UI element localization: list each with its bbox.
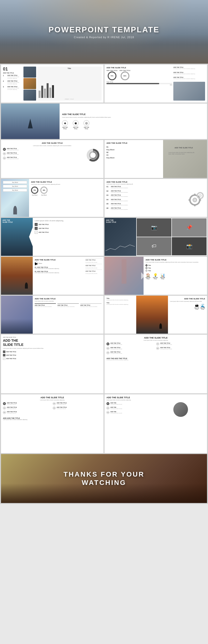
slide-sailboat-title: ADD THE SLIDE TITLE bbox=[62, 113, 205, 116]
gears-content: 01 ADD THE TITLE Lorem ipsum dolor sit a… bbox=[106, 186, 205, 212]
bottle-arrow bbox=[141, 272, 144, 280]
slide-large-row9-left: ADD THE SLIDE TITLE Lorem ipsum dolor si… bbox=[1, 394, 104, 453]
bottle-title: ADD THE SLIDE TITLE bbox=[145, 259, 205, 261]
tech-icon-tag: 🏷 bbox=[137, 237, 171, 256]
slide-large-left-text: ADD THE SLIDE TITLE ADD THESLIDE TITLE L… bbox=[1, 334, 104, 393]
sunset-items: 01. ADD THE TITLE Lorem ipsum dolor sit … bbox=[35, 266, 82, 274]
sunset-content: ADD THE SLIDE TITLE ▶ More 01. ADD THE T… bbox=[33, 257, 84, 295]
sunset-person-photo bbox=[136, 296, 168, 334]
tech-icons-grid: 📷 📌 🏷 📸 bbox=[136, 218, 207, 256]
slide-keywords-photo: Key Word Key Word Key Word ADD THE SLIDE… bbox=[1, 179, 104, 217]
mountain-blue-title: ADD THE SLIDE TITLE bbox=[35, 298, 102, 300]
slide-circular-body: Lorem ipsum dolor sit amet, consectetur … bbox=[3, 145, 102, 146]
mountain-blue-items: ADD THE TITLE Lorem ipsum dolor sit amet… bbox=[35, 303, 102, 307]
slide-large-row9-right: ADD THE SLIDE TITLe Lorem ipsum dolor si… bbox=[104, 394, 207, 453]
slide-circular-chart-area bbox=[85, 148, 102, 162]
slide-01-photo-1 bbox=[23, 66, 36, 78]
slide-01-item-3: 3 ADD THE TITLE Lorem ipsum dolor sit am… bbox=[3, 86, 22, 90]
sunset-right-items: ADD THE TITLE Lorem ipsum dolor sit amet… bbox=[84, 257, 104, 295]
thankyou-title: THANKS FOR YOUR WATCHING bbox=[64, 470, 144, 486]
slide-mountain-blue: ADD THE SLIDE TITLE Lorem ipsum dolor si… bbox=[1, 296, 104, 334]
svg-point-6 bbox=[194, 194, 196, 195]
slide-stones-keywords: ADD THE SLIDE TITLE 01 Key Word 02 03 Ke… bbox=[104, 140, 207, 178]
waterfall-checks: ✓ ADD THE TITLE ✓ ADD THE TITLE ✓ ADD TH… bbox=[35, 223, 102, 234]
svg-point-8 bbox=[189, 199, 190, 201]
thankyou-slide: THANKS FOR YOUR WATCHING bbox=[1, 454, 207, 503]
tech-icon-pin: 📌 bbox=[172, 218, 207, 237]
slide-sailboat-icons: ◈ ADD THETITLE ◉ ADD THETITLE ◎ ADD THET… bbox=[62, 120, 205, 130]
gears-body: Lorem ipsum dolor sit amet, consectetur … bbox=[106, 184, 205, 185]
slide-circles-item2-label: ADD THE TITLE bbox=[119, 70, 130, 71]
more-row: ▶ More bbox=[35, 262, 82, 265]
slide-01-chart-title: Title bbox=[38, 68, 101, 69]
large-circle-visual bbox=[173, 402, 188, 417]
chart-bar-1 bbox=[39, 90, 40, 98]
donut-2: 19% Key Word bbox=[40, 186, 48, 196]
slides-grid: 01 ADD THE TITLE 1 ADD THE TITLE Lorem i… bbox=[0, 64, 208, 504]
slide-circular-title: ADD THE SLIDE TITLE bbox=[3, 142, 102, 144]
waterfall-photo: ADD THESLIDE TITLE bbox=[1, 218, 33, 256]
sail-icon-3: ◎ ADD THETITLE bbox=[84, 120, 89, 130]
diamond-3 bbox=[145, 269, 148, 272]
sail-icon-2: ◉ ADD THETITLE bbox=[73, 120, 79, 130]
sailboat-icon bbox=[28, 119, 33, 128]
sunset-title-cards-title: ADD THE SLIDE TITLE bbox=[170, 298, 205, 300]
slide-bottle: ADD THE SLIDE TITLE Lorem ipsum dolor si… bbox=[104, 257, 207, 295]
circle-80: 80% bbox=[121, 72, 129, 80]
slide-sailboat-body: Lorem ipsum dolor sit amet, consectetur … bbox=[62, 116, 205, 118]
slide-01-title: ADD THE TITLE bbox=[3, 72, 22, 74]
check-item-1: ✓ ADD THE TITLE bbox=[35, 223, 102, 226]
chart-bar-5 bbox=[49, 88, 51, 98]
slide-circles-bars: ADD THE SLIDE TITLE ADD THE TITLE 75% AD… bbox=[104, 64, 207, 102]
donut-1: 75% Key Word bbox=[31, 186, 38, 196]
chart-bar-6 bbox=[52, 85, 54, 98]
bottle-bottom-icons: 🏠 ADD THETITLE 💡 ADD THETITLE 📊 ADD THET… bbox=[145, 273, 205, 280]
sunset-title-bottom-items: 🏔 ADD THETITLE 🌊 ADD THETITLE bbox=[170, 304, 205, 310]
slide-sunset-title-cards: Title Lorem ipsum dolor sit amet consect… bbox=[104, 296, 207, 334]
slide-circular-chart: ADD THE SLIDE TITLE Lorem ipsum dolor si… bbox=[1, 140, 104, 178]
sunset-title: ADD THE SLIDE TITLE bbox=[35, 259, 82, 261]
sunset-title-cards-right: ADD THE SLIDE TITLE Lorem ipsum dolor si… bbox=[168, 296, 207, 334]
hero-slide: POWERPOINT TEMPLATE Created & Reported b… bbox=[0, 0, 208, 64]
svg-point-5 bbox=[193, 198, 197, 202]
hero-mountain-overlay bbox=[0, 34, 208, 64]
hero-subtitle: Created & Reported by R IRENE Jul, 2018 bbox=[74, 36, 134, 39]
slide-tech-icons: ADD THESLIDE TITLE 📷 📌 🏷 📸 bbox=[104, 218, 207, 256]
keyword-badges: 01 Key Word 02 03 Key Word bbox=[106, 146, 131, 158]
slide-gears: ADD THE SLIDE TITLE Lorem ipsum dolor si… bbox=[104, 179, 207, 217]
large-left-title: ADD THESLIDE TITLE bbox=[3, 338, 102, 347]
diamond-1 bbox=[145, 264, 148, 266]
slide-01-item-1: 1 ADD THE TITLE Lorem ipsum dolor sit am… bbox=[3, 75, 22, 79]
title-cards-left: Title Lorem ipsum dolor sit amet consect… bbox=[104, 296, 136, 334]
svg-point-9 bbox=[200, 199, 201, 201]
slide-circles-photo bbox=[173, 82, 205, 100]
slide-circles-title: ADD THE SLIDE TITLE bbox=[106, 66, 172, 69]
gears-title: ADD THE SLIDE TITLE bbox=[106, 181, 205, 183]
large-left-checks: ✓ ADD THE TITLE ✓ ADD THE TITLE ✓ ADD TH… bbox=[3, 350, 102, 360]
sunset-person-silhouette bbox=[159, 323, 162, 329]
person-silhouette bbox=[13, 206, 17, 214]
donuts-row: 75% Key Word 19% Key Word bbox=[31, 186, 102, 196]
stones-slide-title: ADD THE SLIDE TITLE bbox=[106, 142, 205, 144]
keywords-content: ADD THE SLIDE TITLE Lorem ipsum dolor si… bbox=[29, 179, 104, 217]
circle-75: 75% bbox=[108, 72, 116, 80]
slide-01-item-2: 2 ADD THE TITLE Lorem ipsum dolor sit am… bbox=[3, 80, 22, 84]
slide-circles-item1-label: ADD THE TITLE bbox=[106, 70, 117, 71]
slide-circular-left: 01 ADD THE TITLE Lorem ipsum dolor sit a… bbox=[3, 148, 84, 162]
bottle-content: ADD THE SLIDE TITLE Lorem ipsum dolor si… bbox=[144, 257, 207, 295]
diamond-2 bbox=[145, 266, 148, 269]
tech-photo-left: ADD THESLIDE TITLE bbox=[104, 218, 136, 256]
slide-sailboat-content: ADD THE SLIDE TITLE Lorem ipsum dolor si… bbox=[60, 104, 207, 139]
slide-large-right-1: ADD THE SLIDE TITLE Lorem ipsum dolor si… bbox=[104, 334, 207, 393]
check-item-2: ✓ ADD THE TITLE bbox=[35, 227, 102, 230]
svg-point-11 bbox=[199, 194, 202, 197]
slide-01-number: 01 bbox=[3, 66, 8, 72]
sunset-photo bbox=[1, 257, 33, 295]
slide-sailboat-photo bbox=[1, 104, 60, 139]
slide-circular-content: 01 ADD THE TITLE Lorem ipsum dolor sit a… bbox=[3, 148, 102, 162]
donut-chart-svg bbox=[86, 148, 100, 162]
bottle-photo bbox=[104, 257, 144, 295]
slide-waterfall: ADD THESLIDE TITLE Lorem ipsum dolor sit… bbox=[1, 218, 104, 256]
slide-01-numbered: 01 ADD THE TITLE 1 ADD THE TITLE Lorem i… bbox=[1, 64, 104, 102]
slide-sailboat: ADD THE SLIDE TITLE Lorem ipsum dolor si… bbox=[1, 104, 207, 139]
